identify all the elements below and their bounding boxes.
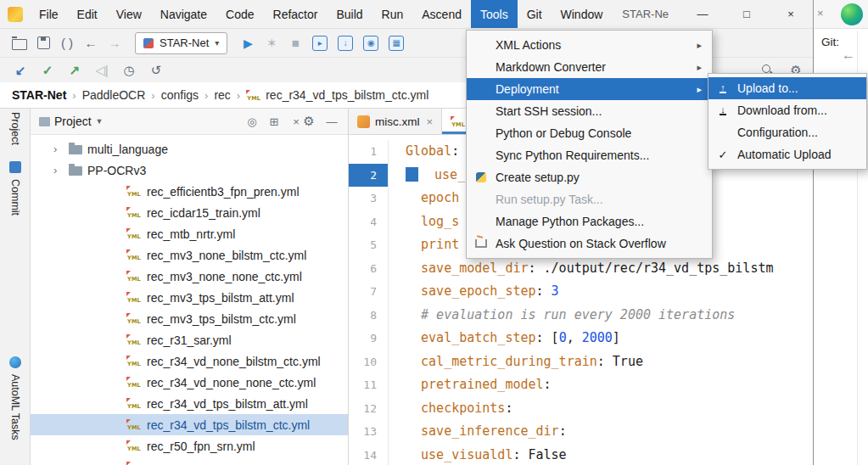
run-icon[interactable]: ▶ <box>241 36 255 50</box>
menu-item-start-ssh-session[interactable]: Start SSH session... <box>467 100 712 122</box>
tree-row[interactable]: YMLrec_mv3_tps_bilstm_att.yml <box>31 287 348 308</box>
chevron-right-icon[interactable]: › <box>53 143 64 155</box>
menu-tools[interactable]: Tools <box>471 0 518 28</box>
stripe-item-project[interactable]: Project <box>0 112 30 145</box>
tree-row[interactable]: YMLrec_r34_vd_none_bilstm_ctc.yml <box>31 350 348 372</box>
chevron-down-icon[interactable]: ▼ <box>96 117 104 126</box>
stripe-item-automl-tasks[interactable]: AutoML Tasks <box>0 356 30 440</box>
breadcrumb-item[interactable]: configs <box>161 88 199 102</box>
tree-row[interactable]: YMLrec_mv3_tps_bilstm_ctc.yml <box>31 308 348 329</box>
code-line: pretrained_model: <box>406 373 813 397</box>
menu-item-configuration[interactable]: Configuration... <box>708 121 866 143</box>
breadcrumb-item-file[interactable]: YMLrec_r34_vd_tps_bilstm_ctc.yml <box>246 88 428 102</box>
menu-item-automatic-upload[interactable]: ✓Automatic Upload <box>708 143 866 165</box>
tab-misc-xml[interactable]: misc.xml× <box>349 109 442 134</box>
menu-item-create-setup-py[interactable]: Create setup.py <box>467 166 712 188</box>
tree-row-selected[interactable]: YMLrec_r34_vd_tps_bilstm_ctc.yml <box>31 414 348 435</box>
save-icon[interactable] <box>37 36 50 49</box>
commit-check-icon[interactable]: ✓ <box>41 63 54 78</box>
menu-git[interactable]: Git <box>518 0 552 28</box>
close-icon[interactable]: × <box>817 7 824 20</box>
yml-file-icon: YML <box>126 291 142 304</box>
project-panel-icon <box>39 117 50 126</box>
tree-row[interactable]: YMLrec_r34_vd_tps_bilstm_att.yml <box>31 393 348 414</box>
tree-row[interactable]: YMLrec_mv3_none_none_ctc.yml <box>31 266 348 287</box>
stripe-item-commit[interactable]: Commit <box>0 161 30 216</box>
line-number: 10 <box>349 350 388 374</box>
yml-file-icon: YML <box>126 185 142 198</box>
mute-breakpoints-icon[interactable]: ◁| <box>95 63 109 78</box>
menu-item-manage-python-packages[interactable]: Manage Python Packages... <box>467 210 712 232</box>
back-icon[interactable]: ← <box>84 36 98 50</box>
chevron-right-icon[interactable]: › <box>53 164 64 176</box>
tree-row[interactable]: YMLrec_r31_sar.yml <box>31 329 348 350</box>
tree-item-label: rec_r34_vd_none_bilstm_ctc.yml <box>147 355 321 368</box>
tree-row[interactable]: YML <box>31 457 348 465</box>
back-arrow-icon[interactable]: ← <box>842 48 855 63</box>
expand-icon[interactable]: ⊞ <box>268 115 280 128</box>
profiler-icon[interactable]: ◉ <box>363 36 378 51</box>
breadcrumb-item[interactable]: rec <box>214 88 230 102</box>
coverage-icon[interactable]: ▸ <box>312 36 328 51</box>
edge-browser-logo[interactable] <box>841 3 863 25</box>
breadcrumb-item[interactable]: STAR-Net <box>12 88 66 102</box>
menu-build[interactable]: Build <box>327 0 372 28</box>
run-configuration-select[interactable]: STAR-Net ▾ <box>135 32 227 54</box>
tree-row[interactable]: ›PP-OCRv3 <box>31 160 348 181</box>
open-folder-icon[interactable] <box>12 39 27 50</box>
menu-item-python-or-debug-console[interactable]: Python or Debug Console <box>467 122 712 144</box>
close-icon[interactable]: × <box>290 115 302 128</box>
menu-view[interactable]: View <box>107 0 151 28</box>
tree-row[interactable]: YMLrec_mv3_none_bilstm_ctc.yml <box>31 244 348 266</box>
menu-item-upload-to[interactable]: ↑Upload to... <box>708 77 866 99</box>
tree-row[interactable]: YMLrec_efficientb3_fpn_pren.yml <box>31 181 348 202</box>
tree-row[interactable]: YMLrec_r34_vd_none_none_ctc.yml <box>31 372 348 393</box>
settings-icon[interactable]: ⚙ <box>302 114 316 129</box>
yml-file-icon: YML <box>126 249 142 261</box>
menu-item-run-setup-py-task[interactable]: Run setup.py Task... <box>467 188 712 210</box>
maximize-button[interactable]: □ <box>725 0 769 28</box>
locate-icon[interactable]: ◎ <box>246 115 258 128</box>
yml-file-icon: YML <box>126 206 142 219</box>
minimize-button[interactable]: — <box>680 0 725 28</box>
debug-icon[interactable]: ✶ <box>265 36 278 51</box>
devices-icon[interactable]: ▦ <box>389 36 404 51</box>
tree-row[interactable]: ›multi_language <box>31 138 348 160</box>
menu-item-deployment[interactable]: Deployment▸ <box>467 78 712 100</box>
folder-icon <box>69 166 82 176</box>
forward-icon[interactable]: → <box>108 36 121 50</box>
menu-run[interactable]: Run <box>372 0 413 28</box>
update-project-icon[interactable]: ↙ <box>14 63 27 78</box>
editor-gutter[interactable]: 1234567891011121314 <box>349 140 389 465</box>
menu-navigate[interactable]: Navigate <box>151 0 216 28</box>
hide-icon[interactable]: — <box>326 115 338 128</box>
menu-ascend[interactable]: Ascend <box>412 0 471 28</box>
menu-file[interactable]: File <box>30 0 68 28</box>
menu-item-label: Deployment <box>496 82 559 96</box>
close-tab-icon[interactable]: × <box>427 115 434 128</box>
push-icon[interactable]: ↗ <box>68 63 81 78</box>
menu-item-ask-question-on-stack-overflow[interactable]: Ask Question on Stack Overflow <box>467 232 712 255</box>
menu-code[interactable]: Code <box>216 0 263 28</box>
menu-edit[interactable]: Edit <box>68 0 107 28</box>
attach-icon[interactable]: ↓ <box>338 36 353 51</box>
tree-row[interactable]: YMLrec_mtb_nrtr.yml <box>31 223 348 244</box>
tree-row[interactable]: YMLrec_r50_fpn_srn.yml <box>31 435 348 457</box>
sync-icon[interactable]: ( ) <box>60 36 74 50</box>
tree-item-label: rec_mv3_none_bilstm_ctc.yml <box>147 249 306 262</box>
menu-item-label: Download from... <box>737 104 827 117</box>
menu-item-xml-actions[interactable]: XML Actions▸ <box>467 34 712 56</box>
menu-item-markdown-converter[interactable]: Markdown Converter▸ <box>467 56 712 78</box>
history-icon[interactable]: ◷ <box>122 63 136 78</box>
menu-item-label: Run setup.py Task... <box>496 193 603 206</box>
menu-item-download-from[interactable]: ↓Download from... <box>708 99 866 121</box>
tree-row[interactable]: YMLrec_icdar15_train.yml <box>31 202 348 223</box>
stop-icon[interactable]: ■ <box>288 36 302 50</box>
menu-item-sync-python-requirements[interactable]: Sync Python Requirements... <box>467 144 712 166</box>
menu-refactor[interactable]: Refactor <box>264 0 328 28</box>
breadcrumb-item[interactable]: PaddleOCR <box>82 88 146 102</box>
rollback-icon[interactable]: ↺ <box>149 63 163 78</box>
menu-window[interactable]: Window <box>552 0 613 28</box>
project-panel: Project ▼ ◎⊞×⚙— ›multi_language›PP-OCRv3… <box>31 109 349 465</box>
close-button[interactable]: × <box>769 0 813 28</box>
